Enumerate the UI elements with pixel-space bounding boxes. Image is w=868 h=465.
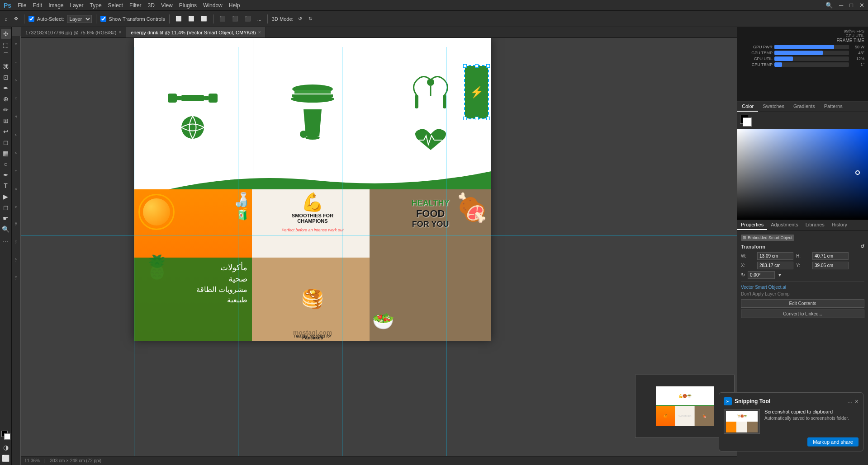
tab-2[interactable]: energy drink.tif @ 11.4% (Vector Smart O… <box>126 27 266 38</box>
canvas-area[interactable]: 60 80 100 120 140 160 180 200 220 240 26… <box>12 27 737 465</box>
background-color[interactable] <box>4 433 10 440</box>
crop-tool[interactable]: ⊡ <box>1 72 11 82</box>
eraser-tool[interactable]: ◻ <box>1 137 11 147</box>
history-brush-tool[interactable]: ↩ <box>1 127 11 136</box>
brush-tool[interactable]: ✏ <box>1 105 11 115</box>
dodge-tool[interactable]: ○ <box>1 159 11 169</box>
snipping-close-btn[interactable]: × <box>855 398 859 405</box>
extra-tools[interactable]: … <box>1 235 11 245</box>
menu-image[interactable]: Image <box>48 2 63 9</box>
text-tool[interactable]: T <box>1 181 11 191</box>
home-btn[interactable]: ⌂ <box>3 15 9 23</box>
minimize-btn[interactable]: ─ <box>839 2 843 9</box>
svg-text:10: 10 <box>14 222 18 226</box>
tab-history[interactable]: History <box>828 220 851 230</box>
ps-logo[interactable]: Ps <box>4 2 11 9</box>
auto-select-dropdown[interactable]: LayerGroup <box>67 15 92 23</box>
healing-brush-tool[interactable]: ⊕ <box>1 94 11 104</box>
stamp-tool[interactable]: ⊞ <box>1 116 11 126</box>
tab-1-label: 17321824107796.jpg @ 75.6% (RGB/8#) <box>25 30 116 35</box>
align-left-btn[interactable]: ⬜ <box>174 15 184 23</box>
tab-adjustments[interactable]: Adjustments <box>767 220 802 230</box>
menu-type[interactable]: Type <box>90 2 102 9</box>
angle-row: ↻ ▼ <box>741 271 864 279</box>
distribute-btn1[interactable]: ⬛ <box>218 15 228 23</box>
tab-swatches[interactable]: Swatches <box>758 102 789 112</box>
tab-bar: 17321824107796.jpg @ 75.6% (RGB/8#) × en… <box>21 27 737 38</box>
svg-rect-49 <box>302 134 313 136</box>
color-picker-gradient[interactable] <box>737 129 868 220</box>
pen-tool[interactable]: ✒ <box>1 170 11 180</box>
search-icon[interactable]: 🔍 <box>825 2 833 9</box>
magic-wand-tool[interactable]: ⌘ <box>1 61 11 71</box>
menu-plugins[interactable]: Plugins <box>179 2 197 9</box>
hand-tool[interactable]: ☛ <box>1 213 11 223</box>
tab-1[interactable]: 17321824107796.jpg @ 75.6% (RGB/8#) × <box>21 27 126 38</box>
cpu-util-bar <box>774 56 793 61</box>
arabic-text-box: مأكولات صحية مشروبات الطاقة طبيعية <box>134 258 252 341</box>
menu-window[interactable]: Window <box>203 2 223 9</box>
tab-patterns[interactable]: Patterns <box>820 102 847 112</box>
angle-dropdown[interactable]: ▼ <box>778 272 782 277</box>
undo-btn[interactable]: ↺ <box>296 15 304 23</box>
tab-2-close[interactable]: × <box>258 30 261 35</box>
markup-share-btn[interactable]: Markup and share <box>807 437 859 446</box>
move-tool[interactable]: ✣ <box>1 29 11 39</box>
menu-file[interactable]: File <box>18 2 26 9</box>
color-picker-cursor <box>855 170 860 175</box>
transform-refresh-icon[interactable]: ↺ <box>860 244 864 249</box>
tab-gradients[interactable]: Gradients <box>789 102 820 112</box>
tab-color[interactable]: Color <box>737 102 758 112</box>
h-input[interactable] <box>812 252 849 260</box>
align-center-btn[interactable]: ⬜ <box>186 15 196 23</box>
tab-properties[interactable]: Properties <box>737 220 767 230</box>
move-tool-btn[interactable]: ✥ <box>12 15 20 23</box>
path-selection-tool[interactable]: ▶ <box>1 192 11 202</box>
maximize-btn[interactable]: □ <box>849 2 853 9</box>
tab-libraries[interactable]: Libraries <box>802 220 828 230</box>
selection-tool[interactable]: ⬚ <box>1 40 11 50</box>
lasso-tool[interactable]: ⌒ <box>1 51 11 61</box>
menu-help[interactable]: Help <box>229 2 240 9</box>
tab-1-close[interactable]: × <box>119 30 121 35</box>
menu-select[interactable]: Select <box>108 2 123 9</box>
menu-view[interactable]: View <box>161 2 173 9</box>
fps-top2-label: GPU UTIL <box>844 33 864 38</box>
svg-text:0: 0 <box>14 43 18 45</box>
close-btn[interactable]: ✕ <box>859 2 864 9</box>
edit-contents-btn[interactable]: Edit Contents <box>741 299 864 308</box>
gradient-tool[interactable]: ▦ <box>1 148 11 158</box>
screen-mode[interactable]: ⬜ <box>1 453 11 463</box>
distribute-btn2[interactable]: ⬛ <box>230 15 240 23</box>
transform-section-title: Transform ↺ <box>741 244 864 249</box>
canvas-image-area[interactable]: ⚡ <box>21 38 737 456</box>
auto-select-label: Auto-Select: <box>37 16 64 22</box>
svg-text:9: 9 <box>14 206 18 208</box>
quick-mask[interactable]: ◑ <box>1 442 11 452</box>
convert-to-linked-btn[interactable]: Convert to Linked... <box>741 310 864 318</box>
x-input[interactable] <box>757 262 793 269</box>
xy-row: X: Y: <box>741 262 864 269</box>
w-input[interactable] <box>757 252 793 260</box>
transform-checkbox[interactable] <box>100 16 106 22</box>
menu-layer[interactable]: Layer <box>70 2 84 9</box>
menu-edit[interactable]: Edit <box>33 2 42 9</box>
distribute-btn3[interactable]: ⬛ <box>243 15 253 23</box>
auto-select-checkbox[interactable] <box>28 16 34 22</box>
green-wave-top <box>134 171 491 189</box>
snipping-icon: ✂ <box>724 397 732 405</box>
angle-input[interactable] <box>748 271 775 279</box>
redo-btn[interactable]: ↻ <box>307 15 314 23</box>
zoom-tool[interactable]: 🔍 <box>1 224 11 234</box>
snipping-more-btn[interactable]: ... <box>848 398 852 405</box>
menu-filter[interactable]: Filter <box>129 2 142 9</box>
menu-3d[interactable]: 3D <box>148 2 155 9</box>
more-btn[interactable]: ... <box>256 15 263 23</box>
align-right-btn[interactable]: ⬜ <box>199 15 209 23</box>
cpu-temp-bar-bg <box>774 62 849 67</box>
shape-tool[interactable]: ◻ <box>1 202 11 212</box>
eyedropper-tool[interactable]: ✒ <box>1 83 11 93</box>
y-input[interactable] <box>812 262 849 269</box>
svg-rect-43 <box>294 90 331 94</box>
background-swatch[interactable] <box>743 117 752 127</box>
